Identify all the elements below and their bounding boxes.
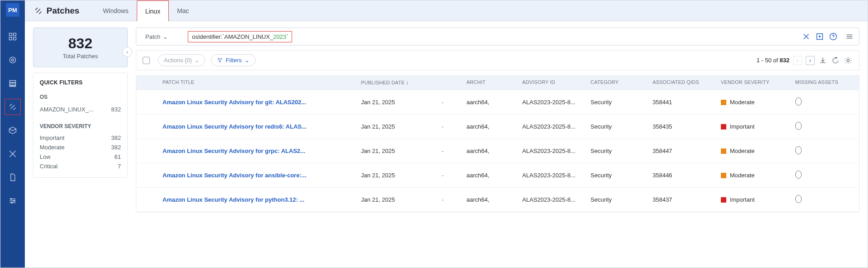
severity-indicator-icon — [721, 197, 726, 203]
table-row[interactable]: Amazon Linux Security Advisory for git: … — [136, 90, 859, 115]
col-qids[interactable]: ASSOCIATED QIDS — [648, 79, 716, 86]
nav-servers-icon[interactable] — [5, 75, 21, 92]
patches-icon — [34, 6, 43, 15]
patch-title-link[interactable]: Amazon Linux Security Advisory for redis… — [158, 123, 357, 130]
funnel-icon — [217, 57, 223, 64]
col-patch-title[interactable]: PATCH TITLE — [158, 79, 357, 86]
chevron-down-icon: ⌄ — [163, 33, 168, 40]
nav-box-icon[interactable] — [5, 122, 21, 139]
topbar: Patches Windows Linux Mac — [25, 0, 868, 21]
cell-qid: 358435 — [648, 123, 716, 130]
zero-icon — [795, 122, 802, 130]
search-scope-dropdown[interactable]: Patch ⌄ — [141, 33, 172, 40]
tab-mac[interactable]: Mac — [169, 0, 197, 21]
svg-point-25 — [847, 59, 849, 61]
refresh-icon[interactable] — [831, 56, 840, 65]
clear-search-icon[interactable] — [801, 32, 811, 42]
cell-category: Security — [586, 123, 648, 130]
quick-filters-heading: QUICK FILTERS — [40, 79, 121, 86]
col-published-date[interactable]: PUBLISHED DATE↓ — [357, 79, 437, 86]
svg-point-5 — [12, 59, 14, 61]
filter-section-os: OS — [40, 94, 121, 100]
cell-missing — [791, 146, 859, 156]
table-row[interactable]: Amazon Linux Security Advisory for ansib… — [136, 163, 859, 188]
help-icon[interactable] — [828, 32, 838, 42]
cell-advisory: ALAS2023-2025-8... — [518, 148, 586, 154]
table-row[interactable]: Amazon Linux Security Advisory for pytho… — [136, 188, 859, 212]
col-missing[interactable]: MISSING ASSETS — [791, 79, 859, 86]
patch-title-link[interactable]: Amazon Linux Security Advisory for ansib… — [158, 172, 357, 179]
prev-page-button[interactable]: ‹ — [793, 56, 802, 65]
cell-date: Jan 21, 2025 — [357, 99, 437, 106]
nav-security-icon[interactable] — [5, 52, 21, 68]
nav-dashboard-icon[interactable] — [5, 28, 21, 45]
cell-category: Security — [586, 148, 648, 154]
table-row[interactable]: Amazon Linux Security Advisory for grpc:… — [136, 139, 859, 163]
cell-qid: 358441 — [648, 99, 716, 106]
cell-qid: 358447 — [648, 148, 716, 154]
actions-dropdown[interactable]: Actions (0)⌄ — [158, 54, 205, 66]
patch-title-link[interactable]: Amazon Linux Security Advisory for grpc:… — [158, 148, 357, 154]
svg-point-4 — [9, 57, 15, 63]
app-logo: PM — [6, 3, 19, 17]
filter-row-critical[interactable]: Critical 7 — [40, 162, 121, 171]
svg-rect-7 — [9, 83, 15, 85]
cell-arch: aarch64, — [462, 123, 518, 130]
filter-row-os-amazon[interactable]: AMAZON_LINUX_... 832 — [40, 104, 121, 115]
chevron-down-icon: ⌄ — [195, 57, 200, 64]
nav-document-icon[interactable] — [5, 169, 21, 185]
search-query-input[interactable]: osIdentifier:`AMAZON_LINUX_2023` — [188, 31, 292, 42]
col-severity[interactable]: VENDOR SEVERITY — [716, 79, 791, 86]
cell-dash: - — [437, 99, 462, 106]
cell-severity: Important — [716, 196, 791, 203]
quick-filters: QUICK FILTERS OS AMAZON_LINUX_... 832 VE… — [33, 73, 128, 178]
page-title-text: Patches — [46, 6, 79, 16]
cell-missing — [791, 171, 859, 180]
nav-settings-icon[interactable] — [5, 193, 21, 209]
cell-severity: Moderate — [716, 99, 791, 106]
collapse-sidebar-button[interactable]: ‹ — [122, 47, 132, 57]
severity-indicator-icon — [721, 148, 726, 154]
svg-point-12 — [10, 199, 12, 200]
cell-severity: Important — [716, 123, 791, 130]
cell-dash: - — [437, 148, 462, 154]
cell-category: Security — [586, 172, 648, 179]
filter-row-important[interactable]: Important 382 — [40, 133, 121, 143]
cell-arch: aarch64, — [462, 99, 518, 106]
cell-category: Security — [586, 196, 648, 203]
col-advisory[interactable]: ADVISORY ID — [518, 79, 586, 86]
cell-advisory: ALAS2023-2025-8... — [518, 172, 586, 179]
cell-date: Jan 21, 2025 — [357, 123, 437, 130]
cell-date: Jan 21, 2025 — [357, 148, 437, 154]
nav-tools-icon[interactable] — [5, 146, 21, 162]
filter-row-low[interactable]: Low 61 — [40, 152, 121, 162]
cell-arch: aarch64, — [462, 172, 518, 179]
zero-icon — [795, 195, 802, 203]
cell-advisory: ALAS2023-2025-8... — [518, 99, 586, 106]
tab-windows[interactable]: Windows — [95, 0, 137, 21]
tab-linux[interactable]: Linux — [137, 0, 169, 21]
cell-missing — [791, 122, 859, 131]
next-page-button[interactable]: › — [806, 56, 815, 65]
sort-arrow-icon: ↓ — [406, 79, 409, 86]
col-archit[interactable]: ARCHIT — [462, 79, 518, 86]
menu-icon[interactable] — [845, 32, 854, 42]
cell-arch: aarch64, — [462, 196, 518, 203]
severity-indicator-icon — [721, 173, 726, 178]
nav-patches-icon[interactable] — [5, 99, 21, 115]
settings-gear-icon[interactable] — [844, 56, 853, 65]
cell-missing — [791, 195, 859, 204]
select-all-checkbox[interactable] — [143, 57, 150, 64]
patch-title-link[interactable]: Amazon Linux Security Advisory for pytho… — [158, 196, 357, 203]
filter-row-moderate[interactable]: Moderate 382 — [40, 143, 121, 152]
download-icon[interactable] — [818, 56, 827, 65]
col-category[interactable]: CATEGORY — [586, 79, 648, 86]
svg-point-13 — [14, 200, 15, 202]
cell-dash: - — [437, 172, 462, 179]
svg-rect-0 — [9, 33, 12, 36]
patch-title-link[interactable]: Amazon Linux Security Advisory for git: … — [158, 99, 357, 106]
table-row[interactable]: Amazon Linux Security Advisory for redis… — [136, 115, 859, 139]
filters-button[interactable]: Filters ⌄ — [211, 54, 255, 66]
save-search-icon[interactable] — [815, 32, 825, 42]
cell-severity: Moderate — [716, 172, 791, 179]
